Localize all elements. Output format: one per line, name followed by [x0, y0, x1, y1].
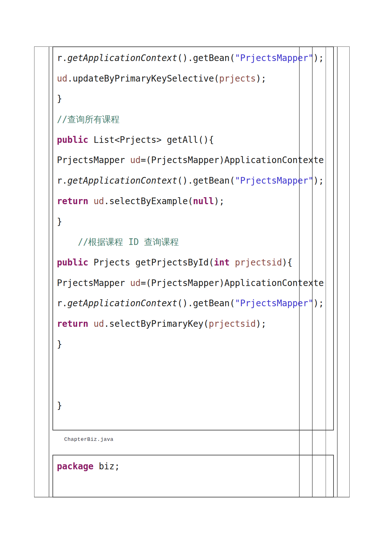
- code-token-plain: );: [313, 298, 324, 308]
- code-token-meth: getApplicationContext: [67, 175, 177, 186]
- code-token-plain: biz;: [94, 461, 120, 471]
- code-token-plain: }: [57, 94, 62, 104]
- code-line: //根据课程 ID 查询课程: [57, 232, 324, 252]
- code-token-plain: ().getBean(: [177, 298, 235, 308]
- code-token-plain: [88, 319, 94, 329]
- code-token-plain: ().getBean(: [177, 53, 235, 63]
- code-token-plain: );: [256, 73, 266, 83]
- code-line: return ud.selectByPrimaryKey(prjectsid);: [57, 314, 324, 334]
- code-line: r.getApplicationContext().getBean("Prjec…: [57, 293, 324, 314]
- code-token-plain: [88, 196, 94, 206]
- code-token-plain: [57, 237, 78, 247]
- code-token-kw: null: [193, 196, 214, 206]
- code-line: public List<Prjects> getAll(){: [57, 130, 324, 150]
- code-token-str: "PrjectsMapper": [235, 175, 313, 186]
- code-caption: ChapterBiz.java: [64, 436, 113, 442]
- code-token-plain: .updateByPrimaryKeySelective(: [67, 73, 219, 83]
- code-token-plain: }: [57, 400, 62, 411]
- code-token-plain: );: [313, 53, 324, 63]
- code-token-cmt: //根据课程 ID 查询课程: [78, 237, 179, 247]
- code-block: package biz;: [57, 456, 120, 477]
- code-token-kw: return: [57, 196, 88, 206]
- code-token-plain: =(PrjectsMapper)ApplicationContexte: [141, 155, 324, 165]
- code-token-cmt: //查询所有课程: [57, 114, 119, 124]
- code-line: }: [57, 211, 324, 232]
- code-line: r.getApplicationContext().getBean("Prjec…: [57, 170, 324, 191]
- code-token-plain: );: [256, 319, 266, 329]
- code-line: }: [57, 395, 324, 416]
- code-token-id: ud: [94, 319, 104, 329]
- code-line: r.getApplicationContext().getBean("Prjec…: [57, 48, 324, 68]
- code-token-meth: getApplicationContext: [67, 298, 177, 308]
- code-token-id: ud: [57, 73, 67, 83]
- code-token-plain: =(PrjectsMapper)ApplicationContexte: [141, 278, 324, 288]
- code-token-plain: );: [313, 175, 324, 186]
- code-block: r.getApplicationContext().getBean("Prjec…: [57, 48, 324, 416]
- code-token-plain: List<Prjects> getAll(){: [88, 135, 214, 145]
- code-token-plain: .selectByExample(: [104, 196, 193, 206]
- table-left-inner-rule: [49, 46, 49, 497]
- code-token-id: prjectsid: [235, 257, 282, 267]
- code-token-plain: ){: [282, 257, 292, 267]
- code-token-plain: .selectByPrimaryKey(: [104, 319, 209, 329]
- code-box-chapterbiz-package: package biz;: [52, 455, 334, 497]
- table-right-outer-rule: [349, 46, 350, 497]
- code-token-kw: return: [57, 319, 88, 329]
- code-box-chapterbiz-impl: r.getApplicationContext().getBean("Prjec…: [52, 46, 334, 430]
- document-page: r.getApplicationContext().getBean("Prjec…: [0, 0, 392, 554]
- table-left-outer-rule: [34, 46, 34, 497]
- code-token-plain: ().getBean(: [177, 175, 235, 186]
- code-token-plain: r.: [57, 298, 67, 308]
- code-token-id: prjectsid: [209, 319, 256, 329]
- code-token-id: prjects: [219, 73, 256, 83]
- code-line: [57, 354, 324, 375]
- code-line: return ud.selectByExample(null);: [57, 191, 324, 211]
- code-line: package biz;: [57, 456, 120, 477]
- code-token-kw: public: [57, 135, 88, 145]
- code-token-plain: [230, 257, 235, 267]
- code-token-plain: r.: [57, 53, 67, 63]
- code-token-id: ud: [94, 196, 104, 206]
- code-token-plain: PrjectsMapper: [57, 155, 130, 165]
- code-line: [57, 375, 324, 395]
- code-line: PrjectsMapper ud=(PrjectsMapper)Applicat…: [57, 273, 324, 293]
- code-line: PrjectsMapper ud=(PrjectsMapper)Applicat…: [57, 150, 324, 170]
- code-token-kw: int: [214, 257, 230, 267]
- code-line: ud.updateByPrimaryKeySelective(prjects);: [57, 68, 324, 89]
- code-token-str: "PrjectsMapper": [235, 298, 313, 308]
- code-token-kw: package: [57, 461, 94, 471]
- code-token-str: "PrjectsMapper": [235, 53, 313, 63]
- code-token-plain: r.: [57, 175, 67, 186]
- code-token-plain: );: [214, 196, 224, 206]
- code-token-plain: Prjects getPrjectsById(: [88, 257, 214, 267]
- code-token-plain: }: [57, 216, 62, 227]
- code-line: }: [57, 334, 324, 355]
- table-right-inner-rule: [337, 46, 338, 497]
- code-token-plain: PrjectsMapper: [57, 278, 130, 288]
- code-token-kw: public: [57, 257, 88, 267]
- code-token-id: ud: [130, 155, 141, 165]
- code-token-meth: getApplicationContext: [67, 53, 177, 63]
- code-token-id: ud: [130, 278, 141, 288]
- code-line: public Prjects getPrjectsById(int prject…: [57, 252, 324, 273]
- code-line: }: [57, 88, 324, 109]
- code-token-plain: }: [57, 339, 62, 349]
- code-line: //查询所有课程: [57, 109, 324, 130]
